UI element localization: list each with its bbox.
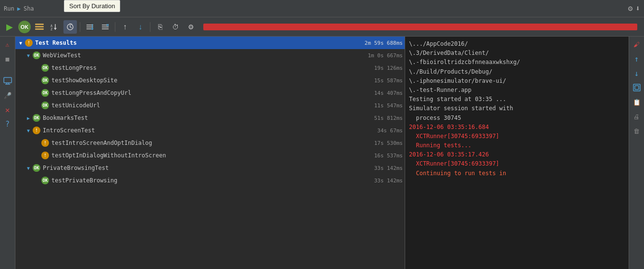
prev-button[interactable]: ↑ [118,20,132,34]
log-line-12: Running tests... [409,141,625,150]
test-duration-privatebrowsingtest: 33s 142ms [370,165,403,171]
fit-right-icon[interactable] [631,82,643,93]
log-line-9: process 30745 [409,114,625,123]
log-line-7: Testing started at 03:35 ... [409,95,625,104]
share-icon: ▶ [17,5,21,12]
test-row-testlongpress[interactable]: OK testLongPress 19s 126ms [15,62,405,74]
test-duration-testlongpress: 19s 126ms [370,65,403,71]
main-content: ⚠ ■ 🎤 ✕ ? ▼ ! Test Results 2m 59s 688ms … [0,37,644,269]
export-button[interactable]: ⎘ [153,20,167,34]
log-line-5: \.-iphonesimulator/brave-ui/ [409,77,625,86]
tree-arrow-bookmarkstest: ▶ [25,115,32,121]
ok-filter-button[interactable]: OK [18,21,31,33]
svg-rect-22 [4,77,12,83]
status-badge-testlongpressandcopyurl: OK [41,89,49,97]
progress-bar [203,24,637,30]
trash-right-icon[interactable]: 🗑 [631,125,643,137]
test-name-root: Test Results [35,39,361,46]
stack-view-button[interactable] [33,20,46,34]
log-line-14: XCTRunner[30745:6933397] [409,159,625,168]
sort-duration-button[interactable] [63,20,77,34]
gear-settings-button[interactable]: ⚙ [628,4,633,13]
log-line-4: \./Build/Products/Debug/ [409,67,625,77]
clock-button[interactable]: ⏱ [169,20,182,34]
divider-3 [150,22,150,32]
close-sidebar-icon[interactable]: ✕ [2,104,13,115]
monitor-sidebar-icon[interactable] [2,75,13,87]
download-button[interactable]: ⬇ [635,4,640,13]
left-sidebar: ⚠ ■ 🎤 ✕ ? [0,37,15,269]
log-line-1: \.../AppCode2016/ [409,39,625,49]
log-line-3: \.-fbioiroltridzcbfnneaaxwkshxg/ [409,58,625,67]
test-duration-testprivatebrowsing: 33s 142ms [370,178,403,184]
test-duration-webviewtest: 1m 0s 667ms [364,52,403,59]
arrow-down-right-icon[interactable]: ↓ [631,67,643,79]
status-badge-testunicodeurl: OK [41,102,49,109]
status-badge-testprivatebrowsing: OK [41,177,49,184]
status-badge-bookmarkstest: OK [33,114,40,122]
test-row-bookmarkstest[interactable]: ▶ OK BookmarksTest 51s 812ms [15,112,405,124]
test-row-testprivatebrowsing[interactable]: OK testPrivateBrowsing 33s 142ms [15,174,405,187]
sha-tab[interactable]: Sha [24,5,34,12]
brush-right-icon[interactable]: 🖌 [631,38,643,50]
log-line-6: \.-test-Runner.app [409,86,625,95]
tree-arrow-privatebrowsingtest: ▼ [25,165,32,171]
stop-sidebar-icon[interactable]: ■ [2,53,13,64]
svg-rect-2 [35,28,44,30]
arrow-up-right-icon[interactable]: ↑ [631,53,643,64]
svg-rect-1 [35,26,44,27]
test-row-webviewtest[interactable]: ▼ OK WebViewTest 1m 0s 667ms [15,49,405,62]
test-duration-testunicodeurl: 11s 547ms [370,102,403,109]
test-row-root[interactable]: ▼ ! Test Results 2m 59s 688ms [15,37,405,49]
svg-text:Z: Z [50,27,52,31]
test-name-testintroscreenandoptindialog: testIntroScreenAndOptInDialog [51,140,370,146]
run-tab[interactable]: Run [4,5,14,12]
log-line-13: 2016-12-06 03:35:17.426 [409,150,625,159]
test-row-introscreentest[interactable]: ▼ ! IntroScreenTest 34s 67ms [15,124,405,137]
svg-rect-0 [35,24,44,25]
test-name-testshowdesktopsite: testShowDesktopSite [51,77,370,84]
test-duration-testoptindialogwithoutintroscreen: 16s 537ms [370,153,403,159]
log-line-11: XCTRunner[30745:6933397] [409,132,625,141]
divider-2 [115,22,115,32]
test-row-testunicodeurl[interactable]: OK testUnicodeUrl 11s 547ms [15,99,405,112]
log-line-8: Simulator session started with [409,104,625,113]
test-name-webviewtest: WebViewTest [43,52,364,59]
divider-1 [80,22,80,32]
test-row-privatebrowsingtest[interactable]: ▼ OK PrivateBrowsingTest 33s 142ms [15,162,405,174]
sort-az-button[interactable]: A Z [48,20,62,34]
test-name-privatebrowsingtest: PrivateBrowsingTest [43,165,370,171]
test-duration-root: 2m 59s 688ms [361,40,403,46]
question-sidebar-icon[interactable]: ? [2,118,13,130]
test-duration-bookmarkstest: 51s 812ms [370,115,403,121]
clipboard-right-icon[interactable]: 📋 [631,96,643,108]
test-panel: ▼ ! Test Results 2m 59s 688ms ▼ OK WebVi… [15,37,405,269]
status-badge-testlongpress: OK [41,64,49,72]
log-line-10: 2016-12-06 03:35:16.684 [409,123,625,132]
test-row-testshowdesktopsite[interactable]: OK testShowDesktopSite 15s 587ms [15,74,405,87]
test-duration-testintroscreenandoptindialog: 17s 530ms [370,140,403,146]
status-badge-privatebrowsingtest: OK [33,164,40,172]
filter-failed-button[interactable] [99,20,112,34]
test-row-testlongpressandcopyurl[interactable]: OK testLongPressAndCopyUrl 14s 407ms [15,87,405,99]
test-row-testintroscreenandoptindialog[interactable]: ! testIntroScreenAndOptInDialog 17s 530m… [15,137,405,149]
status-badge-testshowdesktopsite: OK [41,77,49,84]
mic-sidebar-icon[interactable]: 🎤 [2,90,13,101]
warning-sidebar-icon[interactable]: ⚠ [2,38,13,50]
log-line-2: \.3/DerivedData/Client/ [409,49,625,58]
svg-line-9 [70,27,72,28]
run-button[interactable]: ▶ [3,20,16,34]
config-button[interactable]: ⚙ [184,20,198,34]
next-button[interactable]: ↓ [134,20,147,34]
test-duration-testshowdesktopsite: 15s 587ms [370,77,403,84]
test-name-testunicodeurl: testUnicodeUrl [51,102,370,109]
top-bar: Run ▶ Sha Sort By Duration ⚙ ⬇ [0,0,644,17]
filter-passed-button[interactable] [83,20,97,34]
sort-by-duration-tooltip: Sort By Duration [64,0,120,12]
test-duration-introscreentest: 34s 67ms [373,128,403,134]
status-badge-root: ! [25,39,33,47]
test-name-testlongpress: testLongPress [51,64,370,71]
print-right-icon[interactable]: 🖨 [631,111,643,122]
test-row-testoptindialogwithoutintroscreen[interactable]: ! testOptInDialogWithoutIntroScreen 16s … [15,149,405,162]
test-name-introscreentest: IntroScreenTest [43,127,373,134]
